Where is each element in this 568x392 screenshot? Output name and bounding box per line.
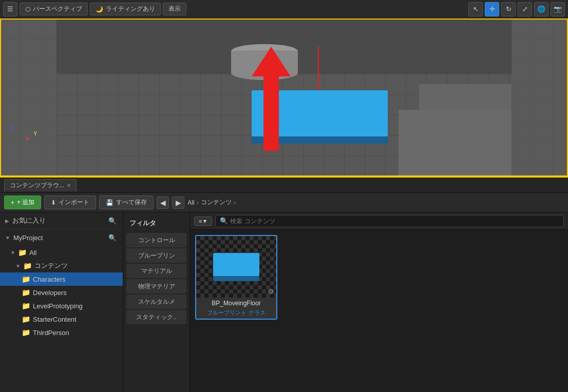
breadcrumb-sep2: › — [234, 199, 236, 206]
wall-left — [0, 18, 56, 178]
select-icon-btn[interactable]: ↖ — [468, 2, 483, 16]
asset-thumbnail: ⚙ — [196, 236, 276, 298]
favorites-arrow-icon: ▶ — [5, 218, 9, 224]
favorites-label: お気に入り — [12, 216, 104, 225]
cb-tab-label: コンテンツブラウ... — [10, 181, 64, 190]
blue-platform — [252, 90, 388, 136]
filter-material-btn[interactable]: マテリアル — [126, 264, 186, 278]
block-right — [399, 110, 512, 177]
tree-item-developers[interactable]: 📁 Developers — [0, 286, 123, 299]
thirdperson-folder-icon: 📁 — [22, 328, 30, 337]
project-label: MyProject — [13, 234, 104, 242]
search-input[interactable] — [230, 218, 559, 225]
content-browser: コンテンツブラウ... ✕ + + 追加 ⬇ インポート 💾 すべて保存 ◀ ▶… — [0, 178, 568, 392]
nav-back-btn[interactable]: ◀ — [157, 197, 169, 209]
tree-item-thirdperson[interactable]: 📁 ThirdPerson — [0, 326, 123, 339]
filter-header: フィルタ — [123, 217, 190, 232]
mini-platform-shadow — [213, 276, 259, 281]
tree-item-content[interactable]: ▼ 📁 コンテンツ — [0, 259, 123, 272]
cb-main: ▶ お気に入り 🔍 ▼ MyProject 🔍 ▼ 📁 All — [0, 212, 568, 392]
display-btn[interactable]: 表示 — [163, 3, 186, 15]
gizmo-vertical — [318, 47, 319, 90]
import-icon: ⬇ — [51, 199, 56, 206]
filter-blueprint-btn[interactable]: ブループリン — [126, 248, 186, 263]
rotate-icon-btn[interactable]: ↻ — [501, 2, 516, 16]
all-folder-icon: 📁 — [18, 248, 27, 257]
breadcrumb-sep1: › — [197, 199, 199, 206]
asset-name-label: BP_MoveingFloor — [196, 298, 276, 308]
tree-item-content-label: コンテンツ — [34, 261, 68, 270]
asset-card-bp-movingfloor[interactable]: ⚙ BP_MoveingFloor ブループリント クラス — [195, 235, 277, 320]
cb-titlebar: コンテンツブラウ... ✕ — [0, 178, 568, 193]
viewport[interactable]: Z X Y — [0, 18, 568, 178]
nav-forward-btn[interactable]: ▶ — [172, 197, 184, 209]
tree-item-developers-label: Developers — [33, 289, 67, 297]
content-area: ≡▼ 🔍 ⚙ BP_MoveingFlo — [190, 212, 568, 392]
scene: Z X Y — [0, 18, 568, 177]
search-bar: ≡▼ 🔍 — [190, 212, 568, 230]
project-section: ▼ MyProject 🔍 ▼ 📁 All ▼ 📁 コンテンツ 📁 — [0, 229, 123, 392]
tree-item-all-label: All — [29, 249, 36, 257]
filter-skeletal-btn[interactable]: スケルタルメ — [126, 295, 186, 309]
cb-left-panel: ▶ お気に入り 🔍 ▼ MyProject 🔍 ▼ 📁 All — [0, 212, 123, 392]
perspective-btn[interactable]: ⬡ パースペクティブ — [20, 3, 88, 15]
perspective-icon: ⬡ — [25, 6, 30, 13]
tree-item-characters-label: Characters — [33, 276, 66, 283]
add-button[interactable]: + + 追加 — [4, 195, 41, 209]
asset-grid: ⚙ BP_MoveingFloor ブループリント クラス — [190, 230, 568, 392]
mini-platform — [213, 253, 259, 276]
filters-panel: フィルタ コントロール ブループリン マテリアル 物理マテリア スケルタルメ ス… — [123, 212, 190, 392]
all-expand-icon: ▼ — [10, 250, 15, 256]
tree-item-levelprototyping[interactable]: 📁 LevelPrototyping — [0, 299, 123, 312]
filter-sort-btn[interactable]: ≡▼ — [194, 217, 212, 226]
cylinder — [231, 44, 298, 80]
search-mag-icon: 🔍 — [220, 217, 228, 225]
transform-icon-btn[interactable]: ✛ — [485, 2, 499, 16]
moon-icon: 🌙 — [96, 6, 103, 13]
tree-item-all[interactable]: ▼ 📁 All — [0, 246, 123, 259]
cb-tab[interactable]: コンテンツブラウ... ✕ — [4, 179, 77, 191]
search-wrap[interactable]: 🔍 — [215, 215, 564, 227]
favorites-header[interactable]: ▶ お気に入り 🔍 — [0, 212, 123, 229]
filter-sort-icon: ≡▼ — [199, 218, 207, 224]
menu-icon-btn[interactable]: ☰ — [3, 2, 17, 16]
blue-platform-shadow — [252, 135, 388, 144]
save-all-button[interactable]: 💾 すべて保存 — [99, 195, 154, 209]
content-folder-icon: 📁 — [23, 262, 32, 270]
breadcrumb-content[interactable]: コンテンツ — [201, 198, 232, 207]
cb-tab-close-btn[interactable]: ✕ — [67, 183, 71, 188]
top-toolbar: ☰ ⬡ パースペクティブ 🌙 ライティングあり 表示 ↖ ✛ ↻ ⤢ 🌐 📷 — [0, 0, 568, 18]
thumb-content — [213, 253, 259, 281]
filter-static-btn[interactable]: スタティック.. — [126, 310, 186, 324]
filter-control-btn[interactable]: コントロール — [126, 233, 186, 247]
characters-folder-icon: 📁 — [22, 275, 30, 283]
cb-toolbar: + + 追加 ⬇ インポート 💾 すべて保存 ◀ ▶ All › コンテンツ › — [0, 193, 568, 212]
tree-item-thirdperson-label: ThirdPerson — [33, 329, 69, 337]
tree-item-characters[interactable]: 📁 Characters — [0, 272, 123, 286]
favorites-search-btn[interactable]: 🔍 — [107, 215, 118, 226]
filter-physics-material-btn[interactable]: 物理マテリア — [126, 279, 186, 293]
developers-folder-icon: 📁 — [22, 288, 30, 297]
block-right-upper — [419, 84, 512, 110]
import-button[interactable]: ⬇ インポート — [44, 195, 96, 209]
scale-icon-btn[interactable]: ⤢ — [518, 2, 532, 16]
project-header[interactable]: ▼ MyProject 🔍 — [0, 229, 123, 246]
content-expand-icon: ▼ — [15, 263, 21, 269]
camera-icon-btn[interactable]: 📷 — [551, 2, 565, 16]
wall-right — [512, 18, 568, 178]
x-axis-label: X — [26, 135, 29, 142]
favorites-section: ▶ お気に入り 🔍 — [0, 212, 123, 229]
tree-item-startercontent-label: StarterContent — [33, 316, 77, 323]
tree-item-startercontent[interactable]: 📁 StarterContent — [0, 312, 123, 326]
breadcrumb: All › コンテンツ › — [187, 198, 235, 207]
save-icon: 💾 — [106, 199, 113, 206]
lighting-btn[interactable]: 🌙 ライティングあり — [90, 3, 161, 15]
project-arrow-icon: ▼ — [5, 235, 10, 241]
y-axis-label: Y — [33, 130, 37, 136]
world-icon-btn[interactable]: 🌐 — [534, 2, 548, 16]
project-search-btn[interactable]: 🔍 — [107, 232, 118, 243]
breadcrumb-all[interactable]: All — [187, 199, 194, 206]
settings-icon: ⚙ — [268, 287, 274, 296]
plus-icon: + — [11, 199, 14, 206]
levelprototyping-folder-icon: 📁 — [22, 302, 30, 310]
